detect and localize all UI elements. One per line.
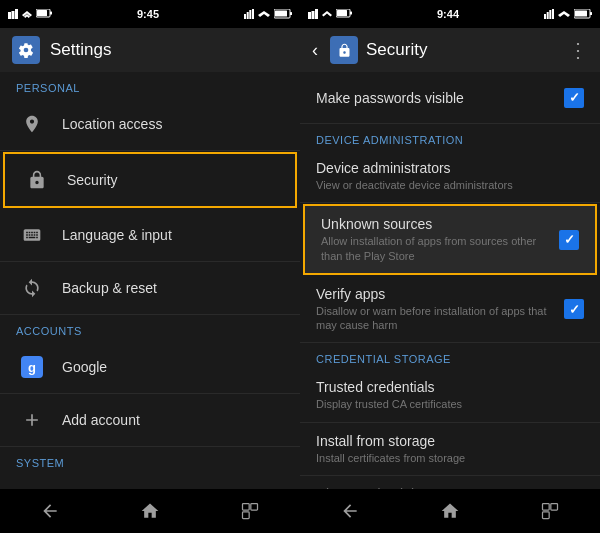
left-panel: 9:45 Settings PERSONAL Location access: [0, 0, 300, 533]
device-admins-item[interactable]: Device administrators View or deactivate…: [300, 150, 600, 203]
sidebar-item-security[interactable]: Security: [5, 154, 295, 206]
svg-rect-18: [315, 9, 318, 19]
svg-rect-6: [244, 14, 246, 19]
svg-rect-29: [543, 504, 550, 511]
left-home-button[interactable]: [125, 493, 175, 529]
device-admins-title: Device administrators: [316, 160, 584, 176]
sidebar-item-location[interactable]: Location access: [0, 98, 300, 151]
settings-app-icon: [12, 36, 40, 64]
add-account-icon: [16, 404, 48, 436]
passwords-visible-text: Make passwords visible: [316, 90, 564, 106]
passwords-visible-checkbox[interactable]: [564, 88, 584, 108]
security-highlight-border: Security: [3, 152, 297, 208]
trusted-credentials-item[interactable]: Trusted credentials Display trusted CA c…: [300, 369, 600, 422]
verify-apps-item[interactable]: Verify apps Disallow or warn before inst…: [300, 276, 600, 344]
svg-rect-7: [247, 12, 249, 19]
verify-apps-text: Verify apps Disallow or warn before inst…: [316, 286, 564, 333]
svg-rect-22: [544, 14, 546, 19]
sidebar-item-language[interactable]: Language & input: [0, 209, 300, 262]
google-icon: g: [16, 351, 48, 383]
svg-rect-11: [290, 12, 292, 15]
right-back-arrow[interactable]: ‹: [312, 40, 318, 61]
right-scroll-content: Make passwords visible DEVICE ADMINISTRA…: [300, 72, 600, 489]
clear-credentials-text: Clear credentials Remove all certificate…: [316, 486, 584, 489]
svg-rect-8: [249, 10, 251, 19]
clock-icon: [16, 483, 48, 489]
svg-rect-9: [252, 9, 254, 19]
left-nav-bar: [0, 489, 300, 533]
device-admins-subtitle: View or deactivate device administrators: [316, 178, 584, 192]
add-account-title: Add account: [62, 412, 284, 428]
left-status-left-icons: [8, 9, 52, 19]
right-home-button[interactable]: [425, 493, 475, 529]
svg-rect-15: [243, 512, 250, 519]
verify-apps-title: Verify apps: [316, 286, 564, 302]
right-status-time: 9:44: [437, 8, 459, 20]
backup-title: Backup & reset: [62, 280, 284, 296]
svg-rect-2: [15, 9, 18, 19]
sidebar-item-google[interactable]: g Google: [0, 341, 300, 394]
svg-rect-4: [50, 12, 52, 15]
sidebar-item-datetime[interactable]: Date & time: [0, 473, 300, 489]
svg-rect-30: [551, 504, 558, 511]
unknown-sources-text: Unknown sources Allow installation of ap…: [321, 216, 559, 263]
right-status-right-icons: [544, 9, 592, 19]
right-nav-bar: [300, 489, 600, 533]
svg-rect-13: [243, 504, 250, 511]
passwords-visible-item[interactable]: Make passwords visible: [300, 72, 600, 124]
svg-rect-27: [590, 12, 592, 15]
location-title: Location access: [62, 116, 284, 132]
verify-apps-checkbox[interactable]: [564, 299, 584, 319]
trusted-credentials-title: Trusted credentials: [316, 379, 584, 395]
svg-rect-23: [547, 12, 549, 19]
unknown-sources-item[interactable]: Unknown sources Allow installation of ap…: [305, 206, 595, 273]
svg-rect-17: [312, 11, 315, 19]
trusted-credentials-subtitle: Display trusted CA certificates: [316, 397, 584, 411]
left-status-time: 9:45: [137, 8, 159, 20]
install-from-storage-item[interactable]: Install from storage Install certificate…: [300, 423, 600, 476]
device-admin-header: DEVICE ADMINISTRATION: [300, 124, 600, 150]
keyboard-icon: [16, 219, 48, 251]
left-status-bar: 9:45: [0, 0, 300, 28]
system-section-header: SYSTEM: [0, 447, 300, 473]
sidebar-item-add-account[interactable]: Add account: [0, 394, 300, 447]
unknown-sources-subtitle: Allow installation of apps from sources …: [321, 234, 559, 263]
security-text: Security: [67, 172, 279, 188]
backup-text: Backup & reset: [62, 280, 284, 296]
language-title: Language & input: [62, 227, 284, 243]
svg-rect-24: [549, 10, 551, 19]
svg-rect-1: [12, 11, 15, 19]
left-recent-button[interactable]: [225, 493, 275, 529]
unknown-sources-highlight: Unknown sources Allow installation of ap…: [303, 204, 597, 275]
clear-credentials-title: Clear credentials: [316, 486, 584, 489]
right-app-bar: ‹ Security ⋮: [300, 28, 600, 72]
left-app-bar: Settings: [0, 28, 300, 72]
location-icon: [16, 108, 48, 140]
unknown-sources-title: Unknown sources: [321, 216, 559, 232]
left-scroll-content: PERSONAL Location access Security: [0, 72, 300, 489]
right-back-button[interactable]: [325, 493, 375, 529]
left-app-bar-title: Settings: [50, 40, 111, 60]
svg-rect-16: [308, 12, 311, 19]
svg-rect-31: [543, 512, 550, 519]
security-title: Security: [67, 172, 279, 188]
svg-rect-25: [552, 9, 554, 19]
svg-rect-20: [350, 12, 352, 15]
right-status-bar: 9:44: [300, 0, 600, 28]
unknown-sources-checkbox[interactable]: [559, 230, 579, 250]
svg-rect-5: [37, 10, 47, 16]
install-from-storage-title: Install from storage: [316, 433, 584, 449]
left-back-button[interactable]: [25, 493, 75, 529]
security-app-icon: [330, 36, 358, 64]
trusted-credentials-text: Trusted credentials Display trusted CA c…: [316, 379, 584, 411]
sidebar-item-backup[interactable]: Backup & reset: [0, 262, 300, 315]
clear-credentials-item: Clear credentials Remove all certificate…: [300, 476, 600, 489]
install-from-storage-text: Install from storage Install certificate…: [316, 433, 584, 465]
backup-icon: [16, 272, 48, 304]
overflow-menu-icon[interactable]: ⋮: [568, 38, 588, 62]
verify-apps-subtitle: Disallow or warn before installation of …: [316, 304, 564, 333]
right-recent-button[interactable]: [525, 493, 575, 529]
svg-rect-14: [251, 504, 258, 511]
left-status-right-icons: [244, 9, 292, 19]
right-panel: 9:44 ‹ Security ⋮ Make passwords visible…: [300, 0, 600, 533]
